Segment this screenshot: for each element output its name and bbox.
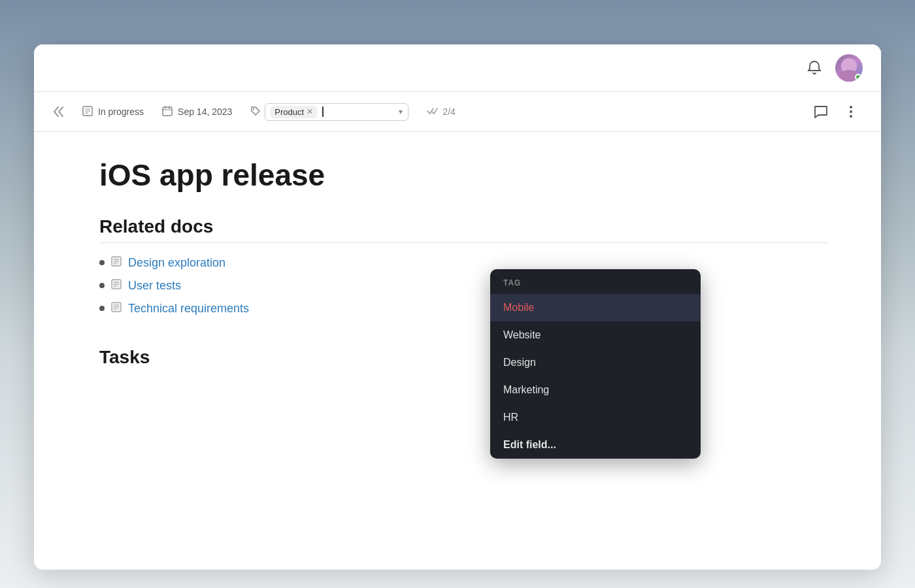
bullet-dot — [99, 283, 105, 288]
user-tests-link[interactable]: User tests — [128, 279, 181, 293]
tag-dropdown-menu: TAG Mobile Website Design Marketing HR E… — [490, 269, 701, 459]
dropdown-header: TAG — [490, 269, 701, 294]
tag-input-area[interactable]: Product ✕ ▾ — [265, 103, 408, 121]
dropdown-item-design[interactable]: Design — [490, 349, 701, 376]
list-item: Design exploration — [99, 256, 829, 270]
tag-icon — [250, 106, 261, 118]
toolbar-right-icons — [812, 103, 865, 121]
tag-field-wrapper: Product ✕ ▾ — [250, 103, 408, 121]
status-field[interactable]: In progress — [82, 106, 144, 118]
svg-point-8 — [253, 108, 254, 109]
online-indicator — [855, 74, 861, 80]
comments-button[interactable] — [812, 103, 830, 121]
tag-cursor — [322, 106, 324, 117]
product-tag-chip[interactable]: Product ✕ — [271, 106, 317, 118]
progress-field[interactable]: 2/4 — [427, 106, 455, 118]
date-field[interactable]: Sep 14, 2023 — [162, 106, 232, 118]
top-bar-icons — [805, 54, 863, 82]
doc-icon — [111, 302, 122, 315]
svg-rect-4 — [163, 107, 172, 116]
related-docs-list: Design exploration User tests — [99, 256, 829, 316]
dropdown-item-edit-field[interactable]: Edit field... — [490, 431, 701, 459]
more-options-button[interactable] — [842, 103, 860, 121]
progress-label: 2/4 — [442, 106, 455, 117]
status-icon — [82, 106, 93, 118]
dropdown-item-marketing[interactable]: Marketing — [490, 376, 701, 404]
bullet-dot — [99, 306, 105, 311]
meta-fields: In progress Sep 14, 2023 — [69, 103, 812, 121]
top-bar — [34, 44, 881, 91]
doc-icon — [111, 256, 122, 269]
notification-bell-icon[interactable] — [805, 59, 824, 77]
status-label: In progress — [98, 106, 144, 117]
main-card: Saved In progress — [34, 44, 881, 570]
related-docs-heading: Related docs — [99, 216, 829, 243]
dropdown-item-hr[interactable]: HR — [490, 404, 701, 431]
svg-point-10 — [850, 110, 852, 113]
svg-point-11 — [850, 115, 852, 118]
date-label: Sep 14, 2023 — [178, 106, 232, 117]
tag-chip-label: Product — [274, 107, 304, 117]
content-area: iOS app release Related docs Design expl… — [34, 132, 881, 570]
doc-icon — [111, 279, 122, 292]
list-item: User tests — [99, 279, 829, 293]
dropdown-item-website[interactable]: Website — [490, 321, 701, 349]
bullet-dot — [99, 260, 105, 265]
toolbar-row: In progress Sep 14, 2023 — [34, 92, 881, 131]
calendar-icon — [162, 106, 173, 118]
collapse-sidebar-button[interactable] — [50, 102, 69, 122]
page-title: iOS app release — [99, 158, 829, 193]
design-exploration-link[interactable]: Design exploration — [128, 256, 225, 270]
checkmark-icon — [427, 106, 439, 118]
remove-tag-button[interactable]: ✕ — [307, 108, 313, 116]
technical-requirements-link[interactable]: Technical requirements — [128, 302, 249, 316]
svg-point-9 — [850, 106, 852, 108]
avatar[interactable] — [835, 54, 863, 82]
dropdown-item-mobile[interactable]: Mobile — [490, 294, 701, 321]
list-item: Technical requirements — [99, 302, 829, 316]
tag-dropdown-toggle[interactable]: ▾ — [399, 107, 403, 116]
tasks-heading: Tasks — [99, 347, 829, 368]
